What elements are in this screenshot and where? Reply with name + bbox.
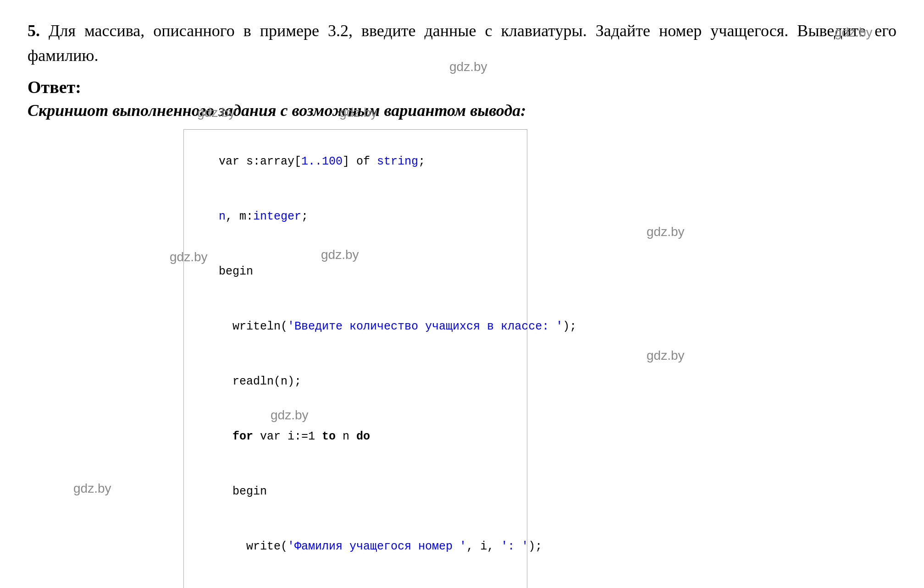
- watermark-6: gdz.by: [321, 247, 359, 262]
- code-line-7: begin: [191, 464, 520, 519]
- watermark-1: gdz.by: [835, 25, 873, 40]
- watermark-10: gdz.by: [73, 481, 111, 496]
- answer-label: Ответ:: [28, 77, 896, 97]
- code-line-4: writeln('Введите количество учащихся в к…: [191, 299, 520, 354]
- watermark-2: gdz.by: [449, 60, 487, 74]
- watermark-8: gdz.by: [647, 348, 685, 363]
- watermark-7: gdz.by: [170, 250, 208, 264]
- watermark-3: gdz.by: [197, 105, 235, 120]
- code-line-5: readln(n);: [191, 354, 520, 409]
- code-line-2: n, m:integer;: [191, 189, 520, 244]
- code-area: var s:array[1..100] of string; n, m:inte…: [183, 129, 527, 588]
- code-line-9: readln(s[i]);: [191, 574, 520, 588]
- code-line-1: var s:array[1..100] of string;: [191, 134, 520, 189]
- code-line-8: write('Фамилия учащегося номер ', i, ': …: [191, 519, 520, 574]
- watermark-4: gdz.by: [339, 105, 377, 120]
- task-number: 5.: [28, 22, 40, 40]
- watermark-9: gdz.by: [271, 408, 309, 423]
- screenshot-label: Скриншот выполненного задания с возможны…: [28, 101, 896, 120]
- code-line-6: for var i:=1 to n do: [191, 409, 520, 464]
- watermark-5: gdz.by: [647, 225, 685, 239]
